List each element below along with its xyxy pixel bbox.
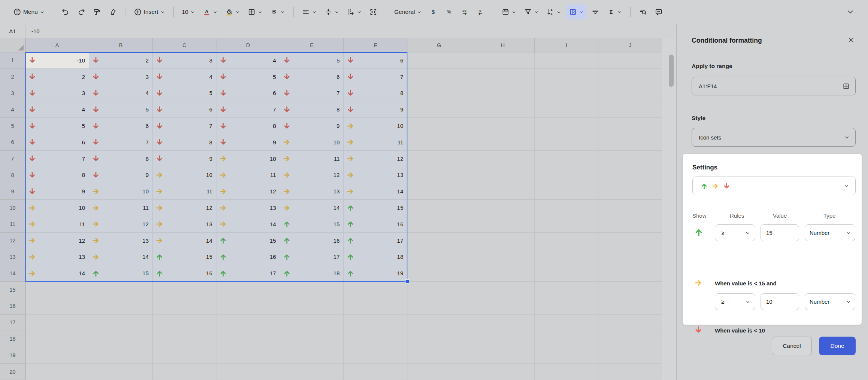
row-header-1[interactable]: 1 bbox=[0, 52, 25, 69]
cell-G1[interactable] bbox=[407, 52, 471, 69]
cell-J12[interactable] bbox=[598, 233, 662, 249]
cell-B5[interactable]: 6 bbox=[89, 118, 153, 134]
sort-button[interactable]: AZ bbox=[544, 4, 564, 19]
cell-F10[interactable]: 15 bbox=[344, 200, 407, 216]
cell-I7[interactable] bbox=[535, 151, 598, 167]
cell-C17[interactable] bbox=[153, 315, 216, 331]
cell-J9[interactable] bbox=[598, 183, 662, 200]
cell-H12[interactable] bbox=[471, 233, 535, 249]
cell-G20[interactable] bbox=[407, 364, 471, 380]
cell-G10[interactable] bbox=[407, 200, 471, 216]
cell-E8[interactable]: 12 bbox=[280, 167, 344, 184]
cell-J13[interactable] bbox=[598, 249, 662, 266]
cell-E6[interactable]: 10 bbox=[280, 134, 344, 151]
cell-G13[interactable] bbox=[407, 249, 471, 266]
cell-E12[interactable]: 16 bbox=[280, 233, 344, 249]
decrease-decimal-button[interactable]: .0 bbox=[474, 4, 487, 19]
undo-button[interactable] bbox=[59, 4, 72, 19]
cell-G4[interactable] bbox=[407, 101, 471, 118]
cell-I10[interactable] bbox=[535, 200, 598, 216]
row-header-7[interactable]: 7 bbox=[0, 151, 25, 167]
cell-D11[interactable]: 14 bbox=[216, 216, 280, 233]
merge-cells-button[interactable] bbox=[367, 4, 380, 19]
cell-I5[interactable] bbox=[535, 118, 598, 134]
cell-B13[interactable]: 14 bbox=[89, 249, 153, 266]
cell-A2[interactable]: 2 bbox=[25, 69, 89, 85]
cell-J4[interactable] bbox=[598, 101, 662, 118]
cell-J19[interactable] bbox=[598, 347, 662, 364]
rule1-type-select[interactable]: Number bbox=[805, 224, 855, 241]
cell-E16[interactable] bbox=[280, 298, 344, 315]
cell-H17[interactable] bbox=[471, 315, 535, 331]
cell-A5[interactable]: 5 bbox=[25, 118, 89, 134]
cell-J7[interactable] bbox=[598, 151, 662, 167]
cell-I3[interactable] bbox=[535, 85, 598, 102]
row-header-10[interactable]: 10 bbox=[0, 200, 25, 216]
cell-E1[interactable]: 5 bbox=[280, 52, 344, 69]
cell-F7[interactable]: 12 bbox=[344, 151, 407, 167]
menu-button[interactable]: Menu bbox=[10, 4, 47, 19]
cell-J18[interactable] bbox=[598, 331, 662, 347]
cell-G9[interactable] bbox=[407, 183, 471, 200]
rule1-value-box[interactable] bbox=[761, 224, 799, 241]
cell-E17[interactable] bbox=[280, 315, 344, 331]
cell-A14[interactable]: 14 bbox=[25, 265, 89, 282]
cell-I2[interactable] bbox=[535, 69, 598, 85]
cell-G2[interactable] bbox=[407, 69, 471, 85]
row-header-8[interactable]: 8 bbox=[0, 167, 25, 184]
cell-F12[interactable]: 17 bbox=[344, 233, 407, 249]
cell-J5[interactable] bbox=[598, 118, 662, 134]
cell-D20[interactable] bbox=[216, 364, 280, 380]
close-panel-button[interactable] bbox=[847, 36, 855, 44]
horizontal-align-button[interactable] bbox=[299, 4, 319, 19]
cell-C12[interactable]: 14 bbox=[153, 233, 216, 249]
cell-A1[interactable]: -10 bbox=[25, 52, 89, 69]
cell-D8[interactable]: 11 bbox=[216, 167, 280, 184]
column-header-C[interactable]: C bbox=[153, 38, 216, 52]
cell-G15[interactable] bbox=[407, 282, 471, 298]
cell-C15[interactable] bbox=[153, 282, 216, 298]
row-header-5[interactable]: 5 bbox=[0, 118, 25, 134]
filter-button[interactable] bbox=[521, 4, 541, 19]
currency-format-button[interactable]: $ bbox=[427, 4, 440, 19]
row-header-16[interactable]: 16 bbox=[0, 298, 25, 315]
cell-F14[interactable]: 19 bbox=[344, 265, 407, 282]
cell-F6[interactable]: 11 bbox=[344, 134, 407, 151]
select-all-corner[interactable] bbox=[0, 38, 25, 52]
cell-A6[interactable]: 6 bbox=[25, 134, 89, 151]
cell-H6[interactable] bbox=[471, 134, 535, 151]
cell-B17[interactable] bbox=[89, 315, 153, 331]
row-header-13[interactable]: 13 bbox=[0, 249, 25, 266]
cell-J3[interactable] bbox=[598, 85, 662, 102]
cell-J1[interactable] bbox=[598, 52, 662, 69]
cell-H15[interactable] bbox=[471, 282, 535, 298]
cell-E4[interactable]: 8 bbox=[280, 101, 344, 118]
cell-B9[interactable]: 10 bbox=[89, 183, 153, 200]
cell-C4[interactable]: 6 bbox=[153, 101, 216, 118]
cell-F20[interactable] bbox=[344, 364, 407, 380]
cell-A16[interactable] bbox=[25, 298, 89, 315]
range-input-box[interactable] bbox=[692, 77, 856, 95]
cell-H1[interactable] bbox=[471, 52, 535, 69]
row-header-19[interactable]: 19 bbox=[0, 347, 25, 364]
cell-H3[interactable] bbox=[471, 85, 535, 102]
cell-H11[interactable] bbox=[471, 216, 535, 233]
cell-B19[interactable] bbox=[89, 347, 153, 364]
cell-I13[interactable] bbox=[535, 249, 598, 266]
cell-I12[interactable] bbox=[535, 233, 598, 249]
cell-B1[interactable]: 2 bbox=[89, 52, 153, 69]
cell-I16[interactable] bbox=[535, 298, 598, 315]
cell-F4[interactable]: 9 bbox=[344, 101, 407, 118]
column-header-B[interactable]: B bbox=[89, 38, 153, 52]
cell-D1[interactable]: 4 bbox=[216, 52, 280, 69]
row-header-20[interactable]: 20 bbox=[0, 364, 25, 380]
cell-H13[interactable] bbox=[471, 249, 535, 266]
cell-J20[interactable] bbox=[598, 364, 662, 380]
cell-B3[interactable]: 4 bbox=[89, 85, 153, 102]
column-header-I[interactable]: I bbox=[535, 38, 598, 52]
column-header-G[interactable]: G bbox=[407, 38, 471, 52]
cell-H7[interactable] bbox=[471, 151, 535, 167]
cell-F2[interactable]: 7 bbox=[344, 69, 407, 85]
cell-D18[interactable] bbox=[216, 331, 280, 347]
cell-B15[interactable] bbox=[89, 282, 153, 298]
